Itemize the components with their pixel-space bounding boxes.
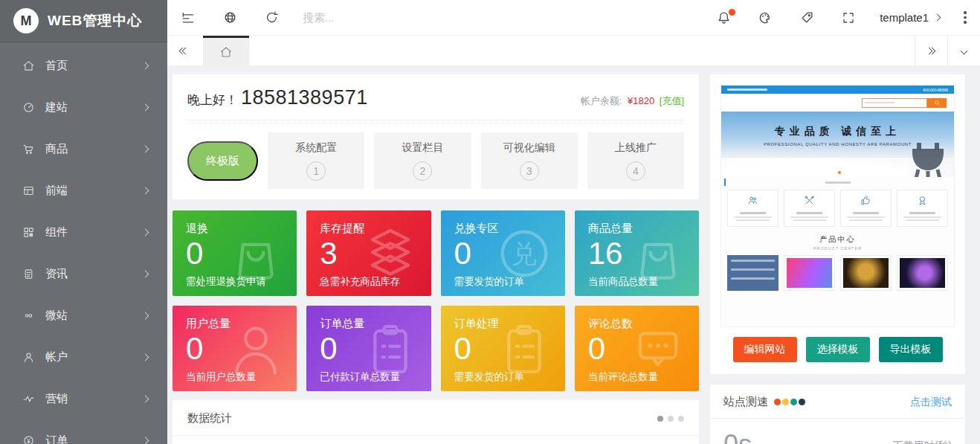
tag-icon bbox=[800, 10, 814, 25]
stat-card-returns[interactable]: 退换 0 需处理退换货申请 bbox=[173, 210, 297, 296]
stat-card-exchange-zone[interactable]: 兑换专区 0 需要发货的订单 兑 bbox=[441, 210, 565, 296]
chevron-right-icon bbox=[142, 145, 149, 152]
run-speed-test-link[interactable]: 点击测试 bbox=[910, 396, 952, 409]
tags-button[interactable] bbox=[786, 0, 828, 36]
speed-test-title: 站点测速 bbox=[723, 395, 768, 409]
chevron-right-icon bbox=[142, 228, 149, 236]
bag-icon bbox=[224, 222, 288, 286]
collapse-sidebar-button[interactable] bbox=[167, 0, 209, 36]
version-badge-button[interactable]: 终极版 bbox=[187, 141, 258, 181]
choose-template-button[interactable]: 选择模板 bbox=[806, 337, 870, 362]
carousel-dots bbox=[657, 416, 684, 422]
clipboard-icon bbox=[358, 317, 422, 381]
greeting-text: 晚上好！ bbox=[187, 91, 238, 109]
tabbar bbox=[167, 36, 980, 65]
preview-hero-banner: 专业品质 诚信至上 PROFESSIONAL QUALITY AND HONES… bbox=[721, 112, 954, 177]
feature-card bbox=[727, 190, 778, 227]
stat-card-order-processing[interactable]: 订单处理 0 需要发货的订单 bbox=[441, 306, 565, 391]
refresh-icon bbox=[265, 10, 279, 25]
preview-section-label bbox=[721, 177, 954, 188]
bag-icon bbox=[626, 222, 690, 286]
layers-icon bbox=[358, 222, 422, 286]
step-setup-columns[interactable]: 设置栏目 2 bbox=[374, 132, 471, 189]
magnifier-icon bbox=[934, 100, 941, 106]
gauge-icon bbox=[22, 101, 35, 114]
preview-feature-cards bbox=[721, 188, 954, 231]
banner-title: 专业品质 诚信至上 bbox=[721, 125, 954, 138]
yen-circle-icon bbox=[22, 434, 35, 444]
step-visual-edit[interactable]: 可视化编辑 3 bbox=[481, 132, 578, 189]
notifications-button[interactable] bbox=[703, 0, 744, 36]
home-icon bbox=[219, 45, 233, 59]
layout-icon bbox=[22, 184, 35, 197]
step-number: 1 bbox=[306, 161, 326, 181]
balance-value: ¥1820 bbox=[628, 95, 654, 106]
tabs-scroll-left-button[interactable] bbox=[167, 36, 203, 65]
stat-card-orders-total[interactable]: 订单总量 0 已付款订单总数量 bbox=[306, 306, 431, 391]
stat-card-products-total[interactable]: 商品总量 16 当前商品总数量 bbox=[575, 210, 699, 296]
search-input[interactable] bbox=[303, 11, 526, 24]
template-switcher[interactable]: template1 bbox=[869, 11, 950, 24]
stat-card-users-total[interactable]: 用户总量 0 当前用户总数量 bbox=[173, 306, 297, 391]
dot[interactable] bbox=[657, 416, 663, 422]
product-thumbnail bbox=[897, 255, 948, 291]
sidebar-item-microsite[interactable]: 微站 bbox=[0, 295, 167, 336]
edit-site-button[interactable]: 编辑网站 bbox=[733, 337, 797, 362]
clipboard-icon bbox=[492, 317, 556, 381]
template-actions: 编辑网站 选择模板 导出模板 bbox=[721, 337, 955, 362]
sidebar-item-site-builder[interactable]: 建站 bbox=[0, 86, 167, 128]
thumb-up-icon bbox=[860, 195, 871, 206]
step-system-config[interactable]: 系统配置 1 bbox=[268, 132, 364, 189]
sidebar-item-components[interactable]: 组件 bbox=[0, 211, 167, 253]
infinity-icon bbox=[22, 309, 35, 322]
sidebar-item-account[interactable]: 帐户 bbox=[0, 336, 167, 378]
dot bbox=[790, 399, 797, 405]
preview-phone: 400-000-88888 bbox=[923, 88, 948, 92]
logo[interactable]: M WEB管理中心 bbox=[0, 0, 167, 42]
svg-text:兑: 兑 bbox=[512, 239, 537, 268]
chevron-right-icon bbox=[142, 437, 149, 444]
sidebar-item-orders[interactable]: 订单 bbox=[0, 419, 167, 444]
export-template-button[interactable]: 导出模板 bbox=[879, 337, 943, 362]
product-thumbnail bbox=[840, 255, 892, 291]
fullscreen-button[interactable] bbox=[828, 0, 869, 36]
preview-products-row bbox=[721, 251, 954, 291]
dot[interactable] bbox=[678, 416, 684, 422]
logo-mark: M bbox=[13, 8, 39, 33]
welcome-card: 晚上好！ 18581389571 帐户余额: ¥1820 [充值] 终极版 系统… bbox=[173, 74, 699, 199]
site-preview-thumbnail[interactable]: 400-000-88888 专业品质 诚信至上 PROFESSIONAL QUA… bbox=[721, 85, 955, 327]
tabs-menu-button[interactable] bbox=[947, 36, 980, 65]
sidebar-item-frontend[interactable]: 前端 bbox=[0, 170, 167, 211]
medal-icon bbox=[917, 195, 928, 206]
tab-home[interactable] bbox=[203, 36, 249, 65]
template-card: 400-000-88888 专业品质 诚信至上 PROFESSIONAL QUA… bbox=[710, 74, 965, 374]
comment-icon bbox=[626, 317, 690, 381]
product-center-heading: 产品中心 PRODUCT CENTER bbox=[721, 234, 954, 251]
sidebar-item-marketing[interactable]: 营销 bbox=[0, 378, 167, 419]
dot bbox=[799, 399, 805, 405]
balance-label: 帐户余额: bbox=[581, 95, 622, 106]
speed-caption: 下载用时(秒) bbox=[893, 440, 952, 444]
tabs-scroll-right-button[interactable] bbox=[915, 36, 947, 65]
sidebar-item-news[interactable]: 资讯 bbox=[0, 253, 167, 295]
feature-card bbox=[897, 190, 948, 227]
preview-topbar: 400-000-88888 bbox=[721, 86, 954, 94]
chart-title: 订单成交量 bbox=[173, 436, 699, 444]
sidebar-item-home[interactable]: 首页 bbox=[0, 45, 167, 86]
stat-card-stock-alert[interactable]: 库存提醒 3 急需补充商品库存 bbox=[306, 210, 431, 296]
user-icon bbox=[22, 351, 35, 364]
stat-card-comments-total[interactable]: 评论总数 0 当前评论总数量 bbox=[575, 306, 699, 391]
recharge-link[interactable]: [充值] bbox=[660, 95, 684, 106]
preview-search-button bbox=[927, 98, 947, 108]
dot[interactable] bbox=[668, 416, 674, 422]
step-go-live[interactable]: 上线推广 4 bbox=[587, 132, 684, 189]
more-menu-button[interactable] bbox=[950, 0, 980, 36]
sidebar-item-products[interactable]: 商品 bbox=[0, 128, 167, 170]
fullscreen-icon bbox=[842, 11, 855, 25]
theme-button[interactable] bbox=[744, 0, 786, 36]
chevron-right-icon bbox=[934, 14, 941, 22]
language-button[interactable] bbox=[209, 0, 251, 36]
refresh-button[interactable] bbox=[251, 0, 292, 36]
stats-grid: 退换 0 需处理退换货申请 库存提醒 3 急需补充商品库存 兑换专区 0 需要发… bbox=[173, 210, 699, 391]
global-search[interactable] bbox=[303, 11, 703, 25]
